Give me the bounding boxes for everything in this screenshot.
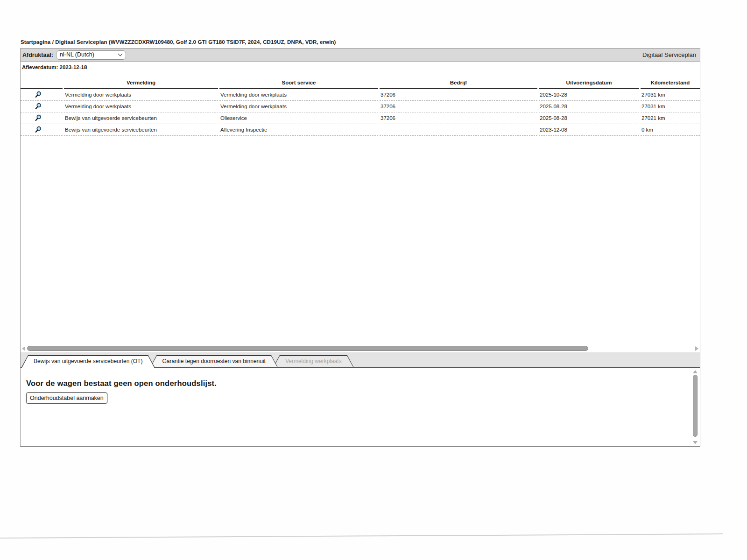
table-column-header: Vermelding (64, 80, 218, 89)
table-row: Vermelding door werkplaats Vermelding do… (21, 89, 700, 101)
print-language-select-wrap: nl-NL (Dutch) (56, 50, 126, 60)
print-language-select[interactable]: nl-NL (Dutch) (56, 50, 126, 60)
scroll-right-icon[interactable] (695, 346, 698, 351)
delivery-date-label: Afleverdatum: (22, 64, 58, 70)
cell-uitvoeringsdatum: 2023-12-08 (539, 124, 639, 136)
table-header: Vermelding Soort service Bedrijf Uitvoer… (21, 72, 700, 89)
scroll-down-icon[interactable] (693, 441, 698, 444)
header-bar: Afdruktaal: nl-NL (Dutch) Digitaal Servi… (21, 49, 700, 62)
table-row: Bewijs van uitgevoerde servicebeurten Af… (21, 124, 700, 136)
table-row: Bewijs van uitgevoerde servicebeurten Ol… (21, 112, 700, 124)
create-maintenance-table-button[interactable]: Onderhoudstabel aanmaken (26, 392, 107, 404)
horizontal-scrollbar-track[interactable] (26, 346, 694, 351)
print-language-label: Afdruktaal: (22, 52, 53, 58)
cell-vermelding: Bewijs van uitgevoerde servicebeurten (64, 112, 218, 124)
cell-soort-service: Vermelding door werkplaats (219, 101, 378, 112)
cell-soort-service: Olieservice (219, 112, 378, 124)
scan-artifact-line (0, 533, 723, 539)
cell-bedrijf (380, 124, 537, 136)
cell-bedrijf: 37206 (380, 101, 537, 112)
cell-bedrijf: 37206 (380, 112, 537, 124)
magnifier-icon[interactable] (35, 103, 42, 110)
tab-label: Bewijs van uitgevoerde servicebeurten (O… (34, 358, 142, 364)
tab-label: Vermelding werkplaats (285, 358, 342, 364)
breadcrumb[interactable]: Startpagina / Digitaal Serviceplan (WVWZ… (21, 39, 336, 45)
tab[interactable]: Bewijs van uitgevoerde servicebeurten (O… (21, 355, 155, 367)
cell-vermelding: Vermelding door werkplaats (64, 89, 218, 101)
cell-soort-service: Aflevering Inspectie (219, 124, 378, 136)
no-open-maintenance-message: Voor de wagen bestaat geen open onderhou… (26, 379, 700, 388)
cell-vermelding: Vermelding door werkplaats (64, 101, 218, 112)
tab-strip: Bewijs van uitgevoerde servicebeurten (O… (21, 352, 700, 368)
magnifier-icon[interactable] (35, 91, 42, 98)
cell-uitvoeringsdatum: 2025-08-28 (539, 112, 639, 124)
cell-uitvoeringsdatum: 2025-10-28 (539, 89, 639, 101)
serviceplan-window: Afdruktaal: nl-NL (Dutch) Digitaal Servi… (20, 48, 700, 447)
cell-kilometerstand: 0 km (641, 124, 700, 136)
delivery-date: Afleverdatum: 2023-12-18 (21, 62, 700, 72)
vertical-scrollbar-track[interactable] (692, 375, 698, 440)
table-header-icon-col (21, 85, 63, 89)
maintenance-panel: Voor de wagen bestaat geen open onderhou… (21, 368, 700, 446)
table-empty-area (21, 136, 700, 344)
magnifier-icon[interactable] (35, 114, 42, 122)
cell-kilometerstand: 27031 km (641, 101, 700, 112)
table-column-header: Soort service (219, 80, 378, 89)
horizontal-scrollbar-thumb[interactable] (27, 346, 588, 351)
vertical-scrollbar-thumb[interactable] (693, 375, 698, 437)
table-column-header: Bedrijf (380, 80, 537, 89)
vertical-scrollbar[interactable] (692, 370, 698, 444)
cell-bedrijf: 37206 (380, 89, 537, 101)
cell-kilometerstand: 27021 km (641, 112, 700, 124)
cell-vermelding: Bewijs van uitgevoerde servicebeurten (64, 124, 218, 136)
service-table: Vermelding door werkplaats Vermelding do… (21, 89, 700, 136)
tab[interactable]: Vermelding werkplaats (273, 355, 354, 367)
cell-uitvoeringsdatum: 2025-08-28 (539, 101, 639, 112)
table-row: Vermelding door werkplaats Vermelding do… (21, 101, 700, 112)
table-column-header: Uitvoeringsdatum (539, 80, 639, 89)
tab[interactable]: Garantie tegen doorroesten van binnenuit (150, 355, 278, 367)
cell-kilometerstand: 27031 km (641, 89, 700, 101)
tab-label: Garantie tegen doorroesten van binnenuit (162, 358, 266, 364)
cell-soort-service: Vermelding door werkplaats (219, 89, 378, 101)
delivery-date-value: 2023-12-18 (60, 64, 87, 70)
magnifier-icon[interactable] (35, 126, 42, 133)
table-column-header: Kilometerstand (641, 80, 700, 89)
horizontal-scrollbar[interactable] (21, 344, 700, 352)
scroll-left-icon[interactable] (22, 346, 25, 351)
scroll-up-icon[interactable] (693, 370, 698, 373)
page-title: Digitaal Serviceplan (642, 51, 696, 58)
